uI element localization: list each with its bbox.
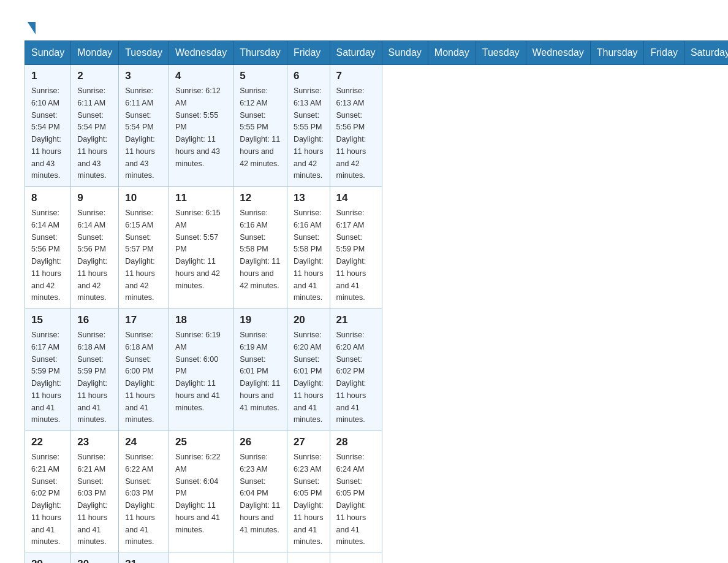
calendar-cell: 3 Sunrise: 6:11 AMSunset: 5:54 PMDayligh… <box>119 65 169 187</box>
day-info: Sunrise: 6:15 AMSunset: 5:57 PMDaylight:… <box>125 209 155 302</box>
day-number: 28 <box>336 436 376 448</box>
day-number: 29 <box>31 558 64 563</box>
day-number: 24 <box>125 436 162 448</box>
day-info: Sunrise: 6:19 AMSunset: 6:00 PMDaylight:… <box>175 331 221 412</box>
day-number: 16 <box>77 314 112 326</box>
calendar-cell: 2 Sunrise: 6:11 AMSunset: 5:54 PMDayligh… <box>71 65 119 187</box>
day-info: Sunrise: 6:21 AMSunset: 6:02 PMDaylight:… <box>31 453 61 546</box>
day-info: Sunrise: 6:12 AMSunset: 5:55 PMDaylight:… <box>240 86 280 168</box>
day-info: Sunrise: 6:16 AMSunset: 5:58 PMDaylight:… <box>294 209 324 302</box>
col-header-sunday: Sunday <box>25 41 71 65</box>
day-number: 11 <box>175 192 227 204</box>
col-header-thursday: Thursday <box>233 41 287 65</box>
calendar-cell <box>287 553 330 564</box>
calendar-cell: 12 Sunrise: 6:16 AMSunset: 5:58 PMDaylig… <box>233 187 287 309</box>
logo-triangle-icon <box>28 22 36 34</box>
calendar-cell: 17 Sunrise: 6:18 AMSunset: 6:00 PMDaylig… <box>119 309 169 431</box>
day-info: Sunrise: 6:16 AMSunset: 5:58 PMDaylight:… <box>240 209 280 290</box>
day-number: 30 <box>77 558 112 563</box>
calendar-cell: 13 Sunrise: 6:16 AMSunset: 5:58 PMDaylig… <box>287 187 330 309</box>
calendar-cell: 19 Sunrise: 6:19 AMSunset: 6:01 PMDaylig… <box>233 309 287 431</box>
day-info: Sunrise: 6:22 AMSunset: 6:04 PMDaylight:… <box>175 453 221 534</box>
calendar-week-row: 15 Sunrise: 6:17 AMSunset: 5:59 PMDaylig… <box>25 309 729 431</box>
day-number: 3 <box>125 70 162 82</box>
day-number: 31 <box>125 558 162 563</box>
calendar-week-row: 22 Sunrise: 6:21 AMSunset: 6:02 PMDaylig… <box>25 431 729 553</box>
calendar-cell: 25 Sunrise: 6:22 AMSunset: 6:04 PMDaylig… <box>169 431 233 553</box>
day-number: 26 <box>240 436 281 448</box>
calendar-cell: 30 Sunrise: 6:24 AMSunset: 6:06 PMDaylig… <box>71 553 119 564</box>
day-info: Sunrise: 6:11 AMSunset: 5:54 PMDaylight:… <box>77 86 107 180</box>
calendar-cell: 26 Sunrise: 6:23 AMSunset: 6:04 PMDaylig… <box>233 431 287 553</box>
day-info: Sunrise: 6:18 AMSunset: 5:59 PMDaylight:… <box>77 331 107 424</box>
calendar-cell <box>233 553 287 564</box>
calendar-cell: 7 Sunrise: 6:13 AMSunset: 5:56 PMDayligh… <box>330 65 382 187</box>
day-number: 4 <box>175 70 227 82</box>
day-info: Sunrise: 6:11 AMSunset: 5:54 PMDaylight:… <box>125 86 155 180</box>
day-number: 25 <box>175 436 227 448</box>
day-number: 18 <box>175 314 227 326</box>
day-number: 2 <box>77 70 112 82</box>
day-info: Sunrise: 6:14 AMSunset: 5:56 PMDaylight:… <box>31 209 61 302</box>
day-number: 7 <box>336 70 376 82</box>
calendar-cell: 11 Sunrise: 6:15 AMSunset: 5:57 PMDaylig… <box>169 187 233 309</box>
day-number: 23 <box>77 436 112 448</box>
day-info: Sunrise: 6:17 AMSunset: 5:59 PMDaylight:… <box>31 331 61 424</box>
day-number: 1 <box>31 70 64 82</box>
day-number: 9 <box>77 192 112 204</box>
col-header-friday: Friday <box>644 41 684 65</box>
calendar-cell <box>169 553 233 564</box>
col-header-tuesday: Tuesday <box>476 41 526 65</box>
calendar-week-row: 1 Sunrise: 6:10 AMSunset: 5:54 PMDayligh… <box>25 65 729 187</box>
calendar-cell: 18 Sunrise: 6:19 AMSunset: 6:00 PMDaylig… <box>169 309 233 431</box>
day-number: 20 <box>294 314 324 326</box>
page-header <box>25 18 703 28</box>
day-number: 14 <box>336 192 376 204</box>
day-info: Sunrise: 6:19 AMSunset: 6:01 PMDaylight:… <box>240 331 280 412</box>
day-info: Sunrise: 6:15 AMSunset: 5:57 PMDaylight:… <box>175 209 221 290</box>
calendar-cell: 10 Sunrise: 6:15 AMSunset: 5:57 PMDaylig… <box>119 187 169 309</box>
col-header-wednesday: Wednesday <box>169 41 233 65</box>
day-info: Sunrise: 6:10 AMSunset: 5:54 PMDaylight:… <box>31 86 61 180</box>
calendar-cell: 4 Sunrise: 6:12 AMSunset: 5:55 PMDayligh… <box>169 65 233 187</box>
day-info: Sunrise: 6:13 AMSunset: 5:56 PMDaylight:… <box>336 86 366 180</box>
calendar-cell: 8 Sunrise: 6:14 AMSunset: 5:56 PMDayligh… <box>25 187 71 309</box>
col-header-monday: Monday <box>71 41 119 65</box>
calendar-cell: 24 Sunrise: 6:22 AMSunset: 6:03 PMDaylig… <box>119 431 169 553</box>
col-header-saturday: Saturday <box>330 41 382 65</box>
day-number: 19 <box>240 314 281 326</box>
calendar-cell: 1 Sunrise: 6:10 AMSunset: 5:54 PMDayligh… <box>25 65 71 187</box>
logo <box>25 18 36 28</box>
col-header-friday: Friday <box>287 41 330 65</box>
calendar-cell: 20 Sunrise: 6:20 AMSunset: 6:01 PMDaylig… <box>287 309 330 431</box>
day-info: Sunrise: 6:20 AMSunset: 6:01 PMDaylight:… <box>294 331 324 424</box>
col-header-thursday: Thursday <box>590 41 644 65</box>
day-number: 10 <box>125 192 162 204</box>
calendar-cell: 9 Sunrise: 6:14 AMSunset: 5:56 PMDayligh… <box>71 187 119 309</box>
day-number: 8 <box>31 192 64 204</box>
calendar-header-row: SundayMondayTuesdayWednesdayThursdayFrid… <box>25 41 729 65</box>
day-info: Sunrise: 6:13 AMSunset: 5:55 PMDaylight:… <box>294 86 324 180</box>
day-number: 12 <box>240 192 281 204</box>
calendar-cell: 23 Sunrise: 6:21 AMSunset: 6:03 PMDaylig… <box>71 431 119 553</box>
day-number: 17 <box>125 314 162 326</box>
col-header-sunday: Sunday <box>382 41 428 65</box>
calendar-cell: 28 Sunrise: 6:24 AMSunset: 6:05 PMDaylig… <box>330 431 382 553</box>
day-info: Sunrise: 6:23 AMSunset: 6:05 PMDaylight:… <box>294 453 324 546</box>
day-number: 21 <box>336 314 376 326</box>
calendar-cell: 15 Sunrise: 6:17 AMSunset: 5:59 PMDaylig… <box>25 309 71 431</box>
calendar-cell: 5 Sunrise: 6:12 AMSunset: 5:55 PMDayligh… <box>233 65 287 187</box>
calendar-cell: 22 Sunrise: 6:21 AMSunset: 6:02 PMDaylig… <box>25 431 71 553</box>
calendar-cell: 31 Sunrise: 6:25 AMSunset: 6:07 PMDaylig… <box>119 553 169 564</box>
day-info: Sunrise: 6:20 AMSunset: 6:02 PMDaylight:… <box>336 331 366 424</box>
calendar-cell: 27 Sunrise: 6:23 AMSunset: 6:05 PMDaylig… <box>287 431 330 553</box>
calendar-cell: 16 Sunrise: 6:18 AMSunset: 5:59 PMDaylig… <box>71 309 119 431</box>
day-number: 13 <box>294 192 324 204</box>
day-number: 5 <box>240 70 281 82</box>
calendar-week-row: 8 Sunrise: 6:14 AMSunset: 5:56 PMDayligh… <box>25 187 729 309</box>
day-number: 15 <box>31 314 64 326</box>
day-number: 27 <box>294 436 324 448</box>
col-header-monday: Monday <box>428 41 476 65</box>
calendar-table: SundayMondayTuesdayWednesdayThursdayFrid… <box>25 40 728 563</box>
calendar-cell: 21 Sunrise: 6:20 AMSunset: 6:02 PMDaylig… <box>330 309 382 431</box>
